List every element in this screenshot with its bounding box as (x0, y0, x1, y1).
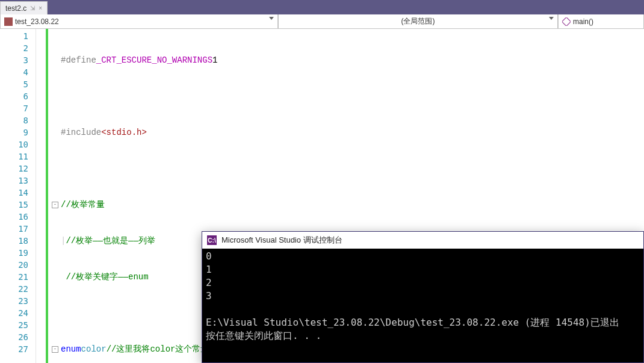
vs-console-icon: C:\ (207, 235, 217, 245)
scope-selector[interactable]: (全局范围) (278, 14, 558, 28)
console-output[interactable]: 0 1 2 3 E:\Visual Studio\test_23.08.22\D… (202, 249, 643, 362)
tab-filename: test2.c (5, 4, 26, 13)
chevron-down-icon (269, 17, 274, 20)
token: //枚举――也就是――列举 (66, 235, 155, 247)
console-line: 按任意键关闭此窗口. . . (206, 330, 321, 341)
chevron-down-icon (549, 17, 554, 20)
svg-rect-0 (562, 17, 571, 26)
debug-console-window[interactable]: C:\ Microsoft Visual Studio 调试控制台 0 1 2 … (202, 231, 644, 363)
pin-icon[interactable]: ⇲ (30, 5, 35, 11)
token: #include (61, 126, 101, 138)
scope-label: (全局范围) (401, 16, 435, 26)
console-line: 2 (206, 277, 212, 288)
console-line: 1 (206, 264, 212, 275)
fold-minus-icon[interactable]: - (52, 346, 58, 353)
token: enum (61, 343, 81, 355)
method-icon (562, 17, 571, 26)
line-number-gutter: 1234567891011121314151617181920212223242… (0, 29, 36, 363)
document-tabstrip: test2.c ⇲ × (0, 0, 644, 14)
project-selector[interactable]: test_23.08.22 (0, 14, 278, 28)
console-line: E:\Visual Studio\test_23.08.22\Debug\tes… (206, 317, 619, 328)
console-line: 0 (206, 250, 212, 262)
token: //枚举常量 (61, 199, 105, 211)
scope-navbar: test_23.08.22 (全局范围) main() (0, 14, 644, 29)
function-name: main() (573, 17, 593, 26)
console-line: 3 (206, 290, 212, 302)
token: //枚举关键字――enum (66, 271, 148, 283)
token: _CRT_ESCURE_NO_WARNINGS (96, 54, 212, 66)
token: #define (61, 54, 96, 66)
function-selector[interactable]: main() (558, 14, 644, 28)
project-icon (4, 17, 13, 26)
file-tab-test2c[interactable]: test2.c ⇲ × (0, 1, 48, 14)
close-icon[interactable]: × (39, 5, 42, 11)
breakpoint-margin[interactable] (36, 29, 46, 363)
console-titlebar[interactable]: C:\ Microsoft Visual Studio 调试控制台 (202, 232, 643, 249)
token: <stdio.h> (101, 126, 147, 138)
fold-minus-icon[interactable]: - (52, 202, 58, 208)
project-name: test_23.08.22 (15, 17, 59, 26)
token: color (81, 343, 107, 355)
console-title-text: Microsoft Visual Studio 调试控制台 (221, 235, 342, 246)
token: 1 (212, 54, 217, 66)
